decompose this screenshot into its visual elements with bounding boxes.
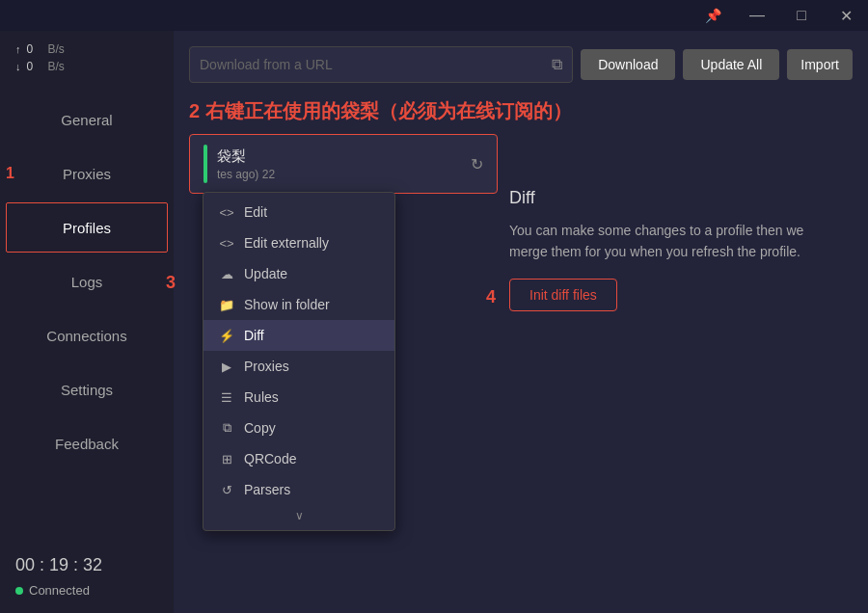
step4-label: 4 — [486, 287, 496, 307]
menu-diff-label: Diff — [244, 328, 264, 343]
menu-item-parsers[interactable]: ↺ Parsers — [203, 474, 394, 505]
url-placeholder: Download from a URL — [200, 57, 552, 72]
pin-icon: 📌 — [691, 0, 735, 31]
menu-item-edit[interactable]: <> Edit — [203, 197, 394, 227]
sidebar-bottom: 00 : 19 : 32 Connected — [0, 540, 174, 613]
upload-arrow-icon: ↑ — [15, 43, 21, 55]
upload-value: 0 — [27, 42, 42, 56]
menu-rules-label: Rules — [244, 389, 279, 405]
navigation: General 1 Proxies Profiles Logs Connecti… — [0, 93, 174, 540]
sidebar: ↑ 0 B/s ↓ 0 B/s General 1 Proxies Profil… — [0, 0, 174, 613]
menu-item-show-folder[interactable]: 📁 Show in folder — [203, 289, 394, 320]
download-arrow-icon: ↓ — [15, 61, 21, 72]
download-button[interactable]: Download — [581, 49, 675, 80]
top-bar: Download from a URL ⧉ Download Update Al… — [189, 46, 853, 83]
step3-label: 3 — [166, 273, 176, 293]
update-all-button[interactable]: Update All — [683, 49, 779, 80]
menu-edit-ext-label: Edit externally — [244, 235, 329, 251]
profile-card[interactable]: 袋梨 tes ago) 22 ↻ — [189, 134, 498, 194]
menu-copy-label: Copy — [244, 420, 276, 436]
download-unit: B/s — [48, 60, 65, 73]
qrcode-icon: ⊞ — [219, 452, 234, 466]
sidebar-item-general[interactable]: General — [0, 93, 174, 147]
init-diff-button[interactable]: Init diff files — [509, 279, 617, 311]
menu-item-update[interactable]: ☁ Update — [203, 258, 394, 289]
diff-panel: Diff You can make some changes to a prof… — [509, 188, 837, 311]
edit-icon: <> — [219, 205, 234, 220]
download-value: 0 — [27, 60, 42, 73]
connection-status: Connected — [15, 583, 158, 598]
menu-proxies-label: Proxies — [244, 359, 289, 374]
menu-expand-chevron[interactable]: ∨ — [203, 505, 394, 526]
chevron-down-icon: ∨ — [295, 509, 304, 522]
profile-meta: tes ago) 22 — [217, 168, 461, 181]
menu-item-rules[interactable]: ☰ Rules — [203, 382, 394, 413]
step1-label: 1 — [6, 165, 14, 182]
menu-item-edit-externally[interactable]: <> Edit externally — [203, 227, 394, 258]
menu-item-qrcode[interactable]: ⊞ QRCode — [203, 443, 394, 474]
diff-description: You can make some changes to a profile t… — [509, 220, 837, 263]
folder-icon: 📁 — [219, 298, 234, 312]
menu-edit-label: Edit — [244, 204, 267, 220]
import-button[interactable]: Import — [787, 49, 853, 80]
menu-folder-label: Show in folder — [244, 297, 330, 312]
parsers-icon: ↺ — [219, 483, 234, 497]
update-icon: ☁ — [219, 267, 234, 281]
menu-qrcode-label: QRCode — [244, 451, 296, 466]
minimize-button[interactable]: — — [735, 0, 779, 31]
upload-stat: ↑ 0 B/s — [15, 42, 158, 56]
url-input-wrapper[interactable]: Download from a URL ⧉ — [189, 46, 573, 83]
sidebar-item-connections[interactable]: Connections — [0, 308, 174, 362]
edit-external-icon: <> — [219, 236, 234, 251]
menu-item-copy[interactable]: ⧉ Copy — [203, 413, 394, 443]
annotation-2-text: 2 右键正在使用的袋梨（必须为在线订阅的） — [189, 98, 853, 124]
status-label: Connected — [29, 583, 90, 598]
profile-active-indicator — [203, 145, 207, 183]
profile-name: 袋梨 — [217, 147, 461, 166]
copy-icon: ⧉ — [219, 420, 234, 436]
sidebar-item-logs[interactable]: Logs — [0, 254, 174, 308]
maximize-button[interactable]: □ — [779, 0, 824, 31]
menu-parsers-label: Parsers — [244, 482, 290, 497]
upload-unit: B/s — [48, 42, 65, 56]
proxies-icon: ▶ — [219, 360, 234, 374]
rules-icon: ☰ — [219, 390, 234, 405]
refresh-icon[interactable]: ↻ — [471, 155, 483, 173]
diff-title: Diff — [509, 188, 837, 208]
titlebar: 📌 — □ ✕ — [0, 0, 868, 31]
diff-icon: ⚡ — [219, 329, 234, 343]
profile-info: 袋梨 tes ago) 22 — [217, 147, 461, 181]
profile-area: 3 袋梨 tes ago) 22 ↻ <> Edit <> Edit exter… — [189, 134, 853, 194]
sidebar-item-settings[interactable]: Settings — [0, 362, 174, 416]
status-dot-icon — [15, 587, 23, 595]
download-stat: ↓ 0 B/s — [15, 60, 158, 73]
menu-item-proxies[interactable]: ▶ Proxies — [203, 351, 394, 382]
main-content: Download from a URL ⧉ Download Update Al… — [174, 31, 868, 613]
sidebar-item-profiles[interactable]: Profiles — [6, 202, 168, 253]
network-stats: ↑ 0 B/s ↓ 0 B/s — [0, 31, 174, 85]
sidebar-item-proxies[interactable]: 1 Proxies — [0, 147, 174, 200]
sidebar-item-feedback[interactable]: Feedback — [0, 416, 174, 470]
context-menu: <> Edit <> Edit externally ☁ Update 📁 Sh… — [203, 192, 395, 531]
menu-update-label: Update — [244, 266, 287, 281]
menu-item-diff[interactable]: ⚡ Diff — [203, 320, 394, 351]
close-button[interactable]: ✕ — [824, 0, 868, 31]
copy-url-icon[interactable]: ⧉ — [552, 56, 562, 73]
time-display: 00 : 19 : 32 — [15, 555, 158, 575]
